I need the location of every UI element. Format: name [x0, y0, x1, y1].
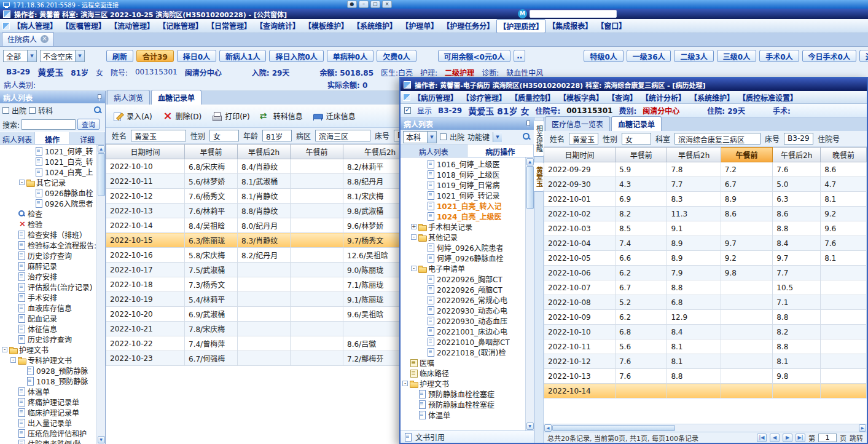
action-button[interactable]: 录入(A) — [113, 111, 152, 121]
scroll-thumb[interactable] — [98, 153, 105, 196]
tree-item[interactable]: 20221001_床边心电 — [401, 326, 525, 336]
name-field[interactable]: 黄爱玉 — [569, 133, 598, 145]
expander-icon[interactable] — [420, 213, 425, 219]
tree-item[interactable]: 20220926_胸部CT — [401, 274, 525, 284]
negative-balance-button[interactable]: 可用余额<0元0人 — [438, 50, 511, 62]
expander-icon[interactable] — [19, 378, 25, 384]
tree-item[interactable]: 20220926_颅脑CT — [401, 284, 525, 295]
care-level-button[interactable]: 三级0人 — [717, 50, 756, 62]
column-header[interactable]: 日期时间 — [106, 145, 185, 159]
sex-field[interactable]: 女 — [622, 133, 651, 145]
first-page-icon[interactable]: |◀ — [757, 434, 767, 442]
menu-item[interactable]: 【医嘱管理】 — [60, 19, 108, 33]
menu-item[interactable]: 【质控标准设置】 — [737, 91, 799, 104]
expander-icon[interactable] — [420, 172, 425, 177]
expander-icon[interactable] — [10, 221, 16, 227]
menu-item[interactable]: 【诊疗管理】 — [460, 91, 508, 104]
tree-item[interactable]: 临床护理记录单 — [0, 407, 96, 418]
menu-item[interactable]: 【查询统计】 — [254, 19, 302, 33]
menu-item[interactable]: 【护理任务分】 — [440, 19, 496, 33]
expander-icon[interactable] — [420, 287, 425, 292]
chevron-down-icon[interactable]: ▼ — [493, 132, 502, 142]
glucose-row[interactable]: 2022-10-01 6.9 8.3 8.9 6.3 8.1 — [544, 192, 867, 207]
glucose-row[interactable]: 2022-10-05 6.6 8.9 9.2 9.7 8.1 — [544, 251, 867, 266]
sidebar-tab[interactable]: 操作 — [35, 132, 70, 144]
menu-item[interactable]: 【集成报表】 — [546, 19, 594, 33]
glucose-row[interactable]: 2022-10-08 5.2 6.8 7.1 — [544, 295, 867, 310]
expander-icon[interactable] — [28, 190, 33, 196]
close-icon[interactable]: × — [382, 1, 392, 8]
close-icon[interactable]: × — [41, 35, 49, 43]
glucose-row[interactable]: 2022-10-03 8.5 9.1 8.8 9.6 — [544, 221, 867, 236]
glucose-row[interactable]: 2022-10-07 6.7 8.8 10.5 — [544, 280, 867, 295]
tree-item[interactable]: + 手术相关记录 — [401, 221, 525, 232]
expander-icon[interactable] — [10, 305, 16, 311]
more-button[interactable]: .. — [514, 50, 525, 62]
menu-item[interactable]: 【模板维护】 — [302, 19, 350, 33]
tree-item[interactable]: 体温单 — [0, 386, 96, 397]
menu-item[interactable]: 【模板字典】 — [557, 91, 605, 104]
ward-filter-select[interactable]: 全部 ▼ — [3, 50, 37, 62]
filter-button[interactable]: 择日入院0人 — [269, 50, 323, 62]
tree-item[interactable]: 体温单 — [401, 410, 525, 420]
expander-icon[interactable] — [10, 295, 16, 300]
scrollbar-vertical[interactable]: ▲ ▼ — [96, 145, 105, 444]
glucose-row[interactable]: 2022-10-21 7.8/宋庆梅 — [106, 322, 417, 336]
chevron-down-icon[interactable]: ▼ — [427, 132, 436, 143]
show-checkbox[interactable] — [404, 107, 411, 114]
column-header[interactable]: 早餐前 — [615, 148, 667, 162]
tree-item[interactable]: 20220930_动态心电 — [401, 305, 525, 315]
expander-icon[interactable] — [10, 336, 16, 342]
expander-icon[interactable] — [28, 148, 33, 154]
menu-item[interactable]: 【系统维护】 — [688, 91, 736, 104]
expander-icon[interactable] — [10, 274, 16, 279]
last-page-icon[interactable]: ▶| — [796, 434, 805, 442]
pushpin-icon[interactable] — [96, 94, 102, 101]
glucose-row[interactable]: 2022-10-09 6.2 12.9 8.8 — [544, 310, 867, 325]
action-button[interactable]: 删除(D) — [162, 111, 202, 121]
expander-icon[interactable]: - — [402, 381, 408, 386]
expander-icon[interactable] — [10, 399, 16, 405]
expander-icon[interactable] — [10, 242, 16, 248]
scroll-thumb[interactable] — [552, 425, 675, 431]
filter-button[interactable]: 单病种0人 — [327, 50, 373, 62]
search-icon[interactable] — [522, 132, 531, 141]
tree-item[interactable]: 1021_何婷_转 — [0, 146, 96, 156]
expander-icon[interactable] — [10, 315, 16, 321]
expander-icon[interactable] — [420, 161, 425, 167]
expander-icon[interactable]: - — [411, 234, 416, 240]
column-header[interactable]: 早餐后2h — [667, 148, 721, 162]
transfer-checkbox[interactable] — [29, 107, 36, 114]
glucose-row[interactable]: 2022-10-06 6.2 7.9 9.8 7.7 — [544, 266, 867, 280]
discharge-checkbox[interactable] — [440, 133, 447, 140]
expander-icon[interactable] — [10, 441, 16, 444]
glucose-row[interactable]: 2022-09-30 4.3 7.7 6.7 5.0 4.7 — [544, 177, 867, 192]
tree-item[interactable]: 检查 — [0, 208, 96, 219]
expander-icon[interactable] — [411, 412, 416, 418]
glucose-row[interactable]: 2022-10-10 6.8/宋庆梅 8.4/肖静纹 8.2/林莉平 — [106, 159, 417, 174]
menu-item[interactable]: 【记账管理】 — [157, 19, 205, 33]
expander-icon[interactable] — [420, 192, 425, 198]
expander-icon[interactable]: - — [411, 266, 416, 271]
tree-item[interactable]: 1019_何婷_日常病 — [401, 180, 525, 190]
menu-item[interactable]: 【窗口】 — [595, 19, 628, 33]
tree-item[interactable]: 评估报告(治疗记录) — [0, 282, 96, 292]
scroll-right-icon[interactable]: ▶ — [859, 424, 866, 432]
tree-item[interactable]: 历史诊疗查询 — [0, 334, 96, 344]
restore-icon[interactable]: □ — [370, 1, 380, 8]
expander-icon[interactable] — [420, 349, 425, 355]
tree-item[interactable]: 体征信息 — [0, 323, 96, 334]
search-input[interactable] — [22, 119, 76, 130]
bed-filter-select[interactable]: 不含空床 ▼ — [40, 50, 85, 62]
expander-icon[interactable] — [420, 255, 425, 261]
expander-icon[interactable] — [420, 297, 425, 303]
ward-field[interactable]: 滨海三区 — [315, 130, 370, 141]
menu-item[interactable]: 【质量控制】 — [509, 91, 557, 104]
tree-item[interactable]: 1018_预防静脉 — [0, 376, 96, 386]
glucose-row[interactable]: 2022-10-02 8.2 11.3 8.6 8.6 9.2 — [544, 207, 867, 221]
dept-field[interactable]: 滨海综合康复三病区 — [674, 133, 760, 145]
tree-item[interactable]: 出入量记录单 — [0, 418, 96, 428]
expander-icon[interactable] — [420, 328, 425, 334]
tree-item[interactable]: 预防静脉血栓栓塞症 — [401, 399, 525, 410]
bed-field[interactable]: B3-29 — [784, 133, 813, 145]
